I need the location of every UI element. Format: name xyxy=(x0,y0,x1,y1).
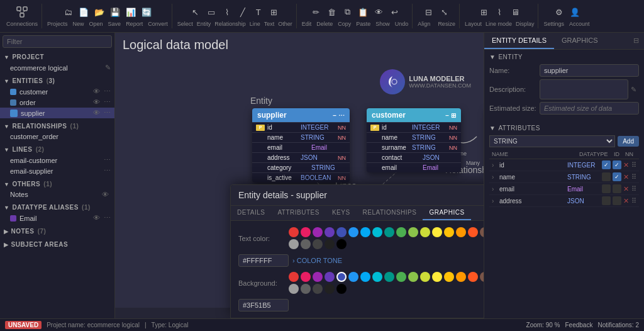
settings-icon[interactable]: ⚙ xyxy=(552,5,566,19)
attr-id-check[interactable]: ✓ xyxy=(602,160,611,169)
search-input[interactable] xyxy=(3,35,112,48)
bg-swatch-deep-orange[interactable] xyxy=(468,272,478,282)
customer-collapse-btn[interactable]: − xyxy=(445,112,449,119)
customer-more-btn[interactable]: ⊞ xyxy=(451,112,456,119)
attr-id-nn-check[interactable]: ✓ xyxy=(613,160,621,169)
bg-swatch-lime[interactable] xyxy=(420,272,430,282)
bg-swatch-grey800[interactable] xyxy=(313,284,323,294)
canvas-area[interactable]: Logical data model LUNA MODELER WWW.DATA… xyxy=(115,33,484,318)
convert-icon[interactable]: 🔄 xyxy=(140,5,153,19)
attr-name-nn[interactable]: ✓ xyxy=(613,172,621,181)
sidebar-item-customer-order[interactable]: customer_order xyxy=(0,132,114,142)
email-alias-more[interactable]: ⋯ xyxy=(104,214,111,222)
popup-tab-relationships[interactable]: RELATIONSHIPS xyxy=(357,206,423,220)
show-icon[interactable]: 👁 xyxy=(372,5,386,19)
project-edit-icon[interactable]: ✎ xyxy=(105,64,111,72)
swatch-light-blue[interactable] xyxy=(360,227,370,237)
relationships-header[interactable]: ▼ RELATIONSHIPS (1) xyxy=(0,121,114,132)
report-icon[interactable]: 📊 xyxy=(124,5,138,19)
relationship-tool[interactable]: ⌇ xyxy=(220,5,234,19)
color-tone-toggle[interactable]: › COLOR TONE xyxy=(292,257,342,264)
bg-swatch-teal[interactable] xyxy=(384,272,394,282)
bg-swatch-cyan[interactable] xyxy=(372,272,382,282)
swatch-lime[interactable] xyxy=(420,227,430,237)
delete-icon[interactable]: 🗑 xyxy=(325,5,338,19)
swatch-grey-700[interactable] xyxy=(301,239,311,249)
swatch-deep-purple[interactable] xyxy=(325,227,335,237)
lines-header[interactable]: ▼ LINES (2) xyxy=(0,144,114,155)
swatch-pink[interactable] xyxy=(301,227,311,237)
attr-id-chevron[interactable]: › xyxy=(492,162,499,169)
email-customer-more[interactable]: ⋯ xyxy=(104,156,111,164)
align-icon[interactable]: ⊟ xyxy=(422,5,436,19)
attributes-section-header[interactable]: ▼ ATTRIBUTES xyxy=(489,125,639,132)
color-hex-input[interactable] xyxy=(238,254,289,267)
attr-address-chevron[interactable]: › xyxy=(492,198,499,205)
attr-name-move[interactable]: ⠿ xyxy=(631,173,636,181)
connections-icon[interactable] xyxy=(15,5,29,19)
supplier-collapse-btn[interactable]: − xyxy=(333,112,336,119)
bg-swatch-pink[interactable] xyxy=(301,272,311,282)
resize-icon[interactable]: ⤡ xyxy=(438,5,452,19)
bg-swatch-grey700[interactable] xyxy=(301,284,311,294)
description-textarea[interactable] xyxy=(540,79,628,99)
bg-swatch-brown[interactable] xyxy=(480,272,484,282)
popup-tab-attributes[interactable]: ATTRIBUTES xyxy=(271,206,325,220)
swatch-orange[interactable] xyxy=(456,227,466,237)
bg-swatch-yellow[interactable] xyxy=(432,272,442,282)
line-tool[interactable]: ╱ xyxy=(236,5,250,19)
sidebar-item-email-alias[interactable]: Email 👁 ⋯ xyxy=(0,213,114,223)
datatype-header[interactable]: ▼ DATATYPE ALIASES (1) xyxy=(0,202,114,213)
swatch-grey-800[interactable] xyxy=(313,239,323,249)
bg-swatch-amber[interactable] xyxy=(444,272,454,282)
text-tool[interactable]: T xyxy=(252,5,265,19)
panel-collapse-btn[interactable]: ⊟ xyxy=(628,33,644,49)
sidebar-item-supplier[interactable]: supplier 👁 ⋯ xyxy=(0,108,114,118)
sidebar-item-customer[interactable]: customer 👁 ⋯ xyxy=(0,86,114,97)
swatch-deep-orange[interactable] xyxy=(468,227,478,237)
bg-swatch-black[interactable] xyxy=(336,284,347,294)
swatch-yellow[interactable] xyxy=(432,227,442,237)
attr-address-move[interactable]: ⠿ xyxy=(631,197,636,205)
paste-icon[interactable]: 📋 xyxy=(356,5,370,19)
bg-swatch-light-green[interactable] xyxy=(408,272,418,282)
swatch-brown[interactable] xyxy=(480,227,484,237)
bg-swatch-indigo[interactable] xyxy=(336,272,347,282)
bg-swatch-light-blue[interactable] xyxy=(360,272,370,282)
other-tool[interactable]: ⊞ xyxy=(267,5,281,19)
attr-email-nn[interactable] xyxy=(613,184,621,193)
entity-section-header[interactable]: ▼ ENTITY xyxy=(489,53,639,60)
swatch-teal[interactable] xyxy=(384,227,394,237)
undo-icon[interactable]: ↩ xyxy=(387,5,401,19)
subject-areas-header[interactable]: ▶ SUBJECT AREAS xyxy=(0,239,114,250)
swatch-blue[interactable] xyxy=(348,227,358,237)
open-icon[interactable]: 📂 xyxy=(92,5,106,19)
sidebar-item-email-customer[interactable]: email-customer ⋯ xyxy=(0,155,114,166)
attr-name-id[interactable] xyxy=(602,172,611,181)
popup-tab-graphics[interactable]: GRAPHICS xyxy=(423,206,470,220)
estimated-size-input[interactable] xyxy=(540,102,639,115)
order-visibility-icon[interactable]: 👁 xyxy=(93,98,100,106)
swatch-light-green[interactable] xyxy=(408,227,418,237)
swatch-grey-900[interactable] xyxy=(325,239,335,249)
linemode-icon[interactable]: ⌇ xyxy=(492,5,506,19)
swatch-grey-500[interactable] xyxy=(289,239,299,249)
display-icon[interactable]: 🖥 xyxy=(508,5,522,19)
bg-swatch-orange[interactable] xyxy=(456,272,466,282)
popup-tab-details[interactable]: DETAILS xyxy=(231,206,271,220)
notes-visibility-icon[interactable]: 👁 xyxy=(102,191,109,198)
layout-icon[interactable]: ⊞ xyxy=(477,5,491,19)
save-icon[interactable]: 💾 xyxy=(108,5,122,19)
swatch-indigo[interactable] xyxy=(336,227,347,237)
attr-email-del[interactable]: ✕ xyxy=(623,185,629,193)
bg-swatch-grey900[interactable] xyxy=(325,284,335,294)
email-alias-visibility[interactable]: 👁 xyxy=(93,214,100,222)
order-more-icon[interactable]: ⋯ xyxy=(104,98,111,106)
swatch-black[interactable] xyxy=(336,239,347,249)
new-icon[interactable]: 📄 xyxy=(77,5,91,19)
bg-swatch-deep-purple[interactable] xyxy=(325,272,335,282)
supplier-visibility-icon[interactable]: 👁 xyxy=(93,109,100,116)
notes-header[interactable]: ▶ NOTES (7) xyxy=(0,226,114,237)
attr-email-chevron[interactable]: › xyxy=(492,186,499,193)
swatch-red[interactable] xyxy=(289,227,299,237)
